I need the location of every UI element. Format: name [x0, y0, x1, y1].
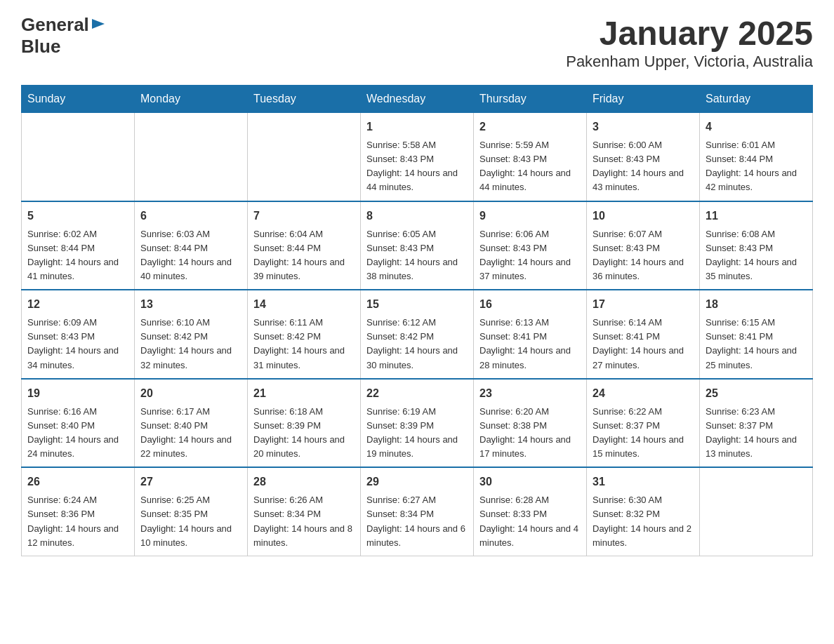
day-info: Sunrise: 6:17 AMSunset: 8:40 PMDaylight:…	[140, 406, 232, 459]
calendar-cell	[248, 113, 361, 201]
day-number: 6	[140, 208, 241, 224]
calendar-cell: 8Sunrise: 6:05 AMSunset: 8:43 PMDaylight…	[361, 201, 474, 290]
header-cell-tuesday: Tuesday	[248, 86, 361, 113]
day-number: 9	[479, 208, 581, 224]
week-row-1: 1Sunrise: 5:58 AMSunset: 8:43 PMDaylight…	[22, 113, 813, 201]
calendar-cell: 16Sunrise: 6:13 AMSunset: 8:41 PMDayligh…	[474, 290, 587, 379]
day-info: Sunrise: 6:00 AMSunset: 8:43 PMDaylight:…	[593, 140, 684, 192]
page-title: January 2025	[566, 14, 813, 53]
day-info: Sunrise: 6:14 AMSunset: 8:41 PMDaylight:…	[593, 317, 684, 370]
day-info: Sunrise: 6:10 AMSunset: 8:42 PMDaylight:…	[140, 317, 232, 370]
day-info: Sunrise: 6:30 AMSunset: 8:32 PMDaylight:…	[593, 495, 691, 547]
week-row-2: 5Sunrise: 6:02 AMSunset: 8:44 PMDaylight…	[22, 201, 813, 290]
page-subtitle: Pakenham Upper, Victoria, Australia	[566, 53, 813, 71]
day-number: 26	[27, 474, 128, 490]
calendar-cell: 5Sunrise: 6:02 AMSunset: 8:44 PMDaylight…	[22, 201, 135, 290]
day-info: Sunrise: 6:09 AMSunset: 8:43 PMDaylight:…	[27, 317, 119, 370]
svg-marker-0	[92, 19, 105, 29]
calendar-cell: 27Sunrise: 6:25 AMSunset: 8:35 PMDayligh…	[135, 467, 248, 556]
day-info: Sunrise: 6:27 AMSunset: 8:34 PMDaylight:…	[366, 495, 465, 547]
day-info: Sunrise: 6:05 AMSunset: 8:43 PMDaylight:…	[366, 229, 458, 281]
calendar-cell: 22Sunrise: 6:19 AMSunset: 8:39 PMDayligh…	[361, 379, 474, 468]
day-number: 11	[706, 208, 807, 224]
calendar-cell: 14Sunrise: 6:11 AMSunset: 8:42 PMDayligh…	[248, 290, 361, 379]
calendar-cell: 23Sunrise: 6:20 AMSunset: 8:38 PMDayligh…	[474, 379, 587, 468]
day-info: Sunrise: 6:04 AMSunset: 8:44 PMDaylight:…	[253, 229, 345, 281]
day-info: Sunrise: 6:07 AMSunset: 8:43 PMDaylight:…	[593, 229, 684, 281]
day-number: 16	[479, 296, 581, 313]
calendar-cell: 18Sunrise: 6:15 AMSunset: 8:41 PMDayligh…	[700, 290, 813, 379]
calendar-cell: 2Sunrise: 5:59 AMSunset: 8:43 PMDaylight…	[474, 113, 587, 201]
day-number: 4	[706, 119, 807, 135]
day-number: 12	[27, 296, 128, 313]
day-info: Sunrise: 6:03 AMSunset: 8:44 PMDaylight:…	[140, 229, 232, 281]
calendar-cell: 12Sunrise: 6:09 AMSunset: 8:43 PMDayligh…	[22, 290, 135, 379]
calendar-cell	[135, 113, 248, 201]
day-info: Sunrise: 6:24 AMSunset: 8:36 PMDaylight:…	[27, 495, 119, 547]
calendar-cell: 20Sunrise: 6:17 AMSunset: 8:40 PMDayligh…	[135, 379, 248, 468]
day-number: 25	[706, 385, 807, 402]
calendar-cell: 10Sunrise: 6:07 AMSunset: 8:43 PMDayligh…	[587, 201, 700, 290]
header-cell-monday: Monday	[135, 86, 248, 113]
calendar-cell: 13Sunrise: 6:10 AMSunset: 8:42 PMDayligh…	[135, 290, 248, 379]
day-number: 29	[366, 474, 468, 490]
calendar-cell: 4Sunrise: 6:01 AMSunset: 8:44 PMDaylight…	[700, 113, 813, 201]
day-number: 22	[366, 385, 468, 402]
day-number: 21	[253, 385, 355, 402]
day-number: 1	[366, 119, 468, 135]
calendar-cell: 28Sunrise: 6:26 AMSunset: 8:34 PMDayligh…	[248, 467, 361, 556]
calendar-cell: 6Sunrise: 6:03 AMSunset: 8:44 PMDaylight…	[135, 201, 248, 290]
day-info: Sunrise: 6:11 AMSunset: 8:42 PMDaylight:…	[253, 317, 345, 370]
calendar-cell: 30Sunrise: 6:28 AMSunset: 8:33 PMDayligh…	[474, 467, 587, 556]
calendar-cell: 31Sunrise: 6:30 AMSunset: 8:32 PMDayligh…	[587, 467, 700, 556]
day-info: Sunrise: 6:01 AMSunset: 8:44 PMDaylight:…	[706, 140, 797, 192]
day-number: 18	[706, 296, 807, 313]
logo-blue: Blue	[21, 36, 60, 57]
day-number: 19	[27, 385, 128, 402]
calendar-cell	[22, 113, 135, 201]
day-number: 28	[253, 474, 355, 490]
day-info: Sunrise: 6:08 AMSunset: 8:43 PMDaylight:…	[706, 229, 797, 281]
day-number: 5	[27, 208, 128, 224]
day-number: 7	[253, 208, 355, 224]
page-header: General Blue January 2025 Pakenham Upper…	[21, 14, 813, 71]
day-info: Sunrise: 6:16 AMSunset: 8:40 PMDaylight:…	[27, 406, 119, 459]
calendar-cell: 11Sunrise: 6:08 AMSunset: 8:43 PMDayligh…	[700, 201, 813, 290]
week-row-3: 12Sunrise: 6:09 AMSunset: 8:43 PMDayligh…	[22, 290, 813, 379]
day-number: 30	[479, 474, 581, 490]
day-info: Sunrise: 6:02 AMSunset: 8:44 PMDaylight:…	[27, 229, 119, 281]
day-info: Sunrise: 5:59 AMSunset: 8:43 PMDaylight:…	[479, 140, 571, 192]
day-number: 3	[593, 119, 694, 135]
day-number: 13	[140, 296, 241, 313]
day-info: Sunrise: 6:25 AMSunset: 8:35 PMDaylight:…	[140, 495, 232, 547]
day-info: Sunrise: 5:58 AMSunset: 8:43 PMDaylight:…	[366, 140, 458, 192]
header-cell-friday: Friday	[587, 86, 700, 113]
day-number: 14	[253, 296, 355, 313]
calendar-cell: 24Sunrise: 6:22 AMSunset: 8:37 PMDayligh…	[587, 379, 700, 468]
day-info: Sunrise: 6:12 AMSunset: 8:42 PMDaylight:…	[366, 317, 458, 370]
logo: General Blue	[21, 14, 106, 58]
calendar-body: 1Sunrise: 5:58 AMSunset: 8:43 PMDaylight…	[22, 113, 813, 556]
logo-general: General	[21, 14, 89, 36]
calendar-cell: 17Sunrise: 6:14 AMSunset: 8:41 PMDayligh…	[587, 290, 700, 379]
day-info: Sunrise: 6:22 AMSunset: 8:37 PMDaylight:…	[593, 406, 684, 459]
week-row-4: 19Sunrise: 6:16 AMSunset: 8:40 PMDayligh…	[22, 379, 813, 468]
calendar-cell: 25Sunrise: 6:23 AMSunset: 8:37 PMDayligh…	[700, 379, 813, 468]
day-number: 20	[140, 385, 241, 402]
calendar-cell: 9Sunrise: 6:06 AMSunset: 8:43 PMDaylight…	[474, 201, 587, 290]
day-number: 23	[479, 385, 581, 402]
calendar-cell: 3Sunrise: 6:00 AMSunset: 8:43 PMDaylight…	[587, 113, 700, 201]
calendar-table: SundayMondayTuesdayWednesdayThursdayFrid…	[21, 85, 813, 556]
day-info: Sunrise: 6:20 AMSunset: 8:38 PMDaylight:…	[479, 406, 571, 459]
day-number: 24	[593, 385, 694, 402]
day-number: 2	[479, 119, 581, 135]
day-info: Sunrise: 6:23 AMSunset: 8:37 PMDaylight:…	[706, 406, 797, 459]
day-info: Sunrise: 6:15 AMSunset: 8:41 PMDaylight:…	[706, 317, 797, 370]
day-number: 8	[366, 208, 468, 224]
day-info: Sunrise: 6:06 AMSunset: 8:43 PMDaylight:…	[479, 229, 571, 281]
header-cell-sunday: Sunday	[22, 86, 135, 113]
day-number: 15	[366, 296, 468, 313]
day-info: Sunrise: 6:13 AMSunset: 8:41 PMDaylight:…	[479, 317, 571, 370]
header-cell-saturday: Saturday	[700, 86, 813, 113]
header-cell-thursday: Thursday	[474, 86, 587, 113]
